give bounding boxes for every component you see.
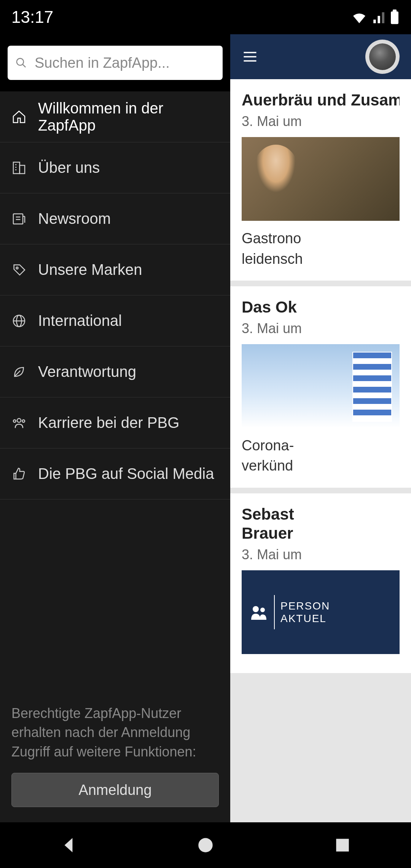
nav-label: Verantwortung	[38, 363, 136, 380]
nav-label: Unsere Marken	[38, 261, 142, 278]
signal-icon	[371, 11, 385, 23]
nav-item-newsroom[interactable]: Newsroom	[0, 193, 230, 244]
people-badge-icon	[249, 605, 268, 620]
nav-item-responsibility[interactable]: Verantwortung	[0, 346, 230, 397]
svg-point-14	[16, 267, 18, 269]
nav-label: Willkommen in der ZapfApp	[38, 100, 219, 134]
article-title: Sebast Brauer	[242, 505, 400, 543]
content-panel: Auerbräu und Zusam 3. Mai um Gastrono le…	[230, 34, 411, 822]
svg-point-26	[260, 608, 265, 612]
hamburger-icon[interactable]	[242, 48, 258, 65]
status-time: 13:17	[11, 8, 53, 27]
article-date: 3. Mai um	[242, 547, 400, 563]
nav-item-careers[interactable]: Karriere bei der PBG	[0, 397, 230, 448]
news-icon	[11, 211, 27, 227]
sidebar: Willkommen in der ZapfApp Über uns Newsr…	[0, 34, 230, 822]
search-input[interactable]	[35, 55, 215, 71]
article-summary: Gastrono leidensch	[242, 228, 400, 269]
home-button[interactable]	[196, 836, 215, 855]
globe-icon	[11, 313, 27, 329]
search-box[interactable]	[8, 46, 223, 80]
building-icon	[11, 160, 27, 176]
nav-item-brands[interactable]: Unsere Marken	[0, 244, 230, 295]
article-title: Auerbräu und Zusam	[242, 91, 400, 110]
tag-icon	[11, 262, 27, 278]
article-image	[242, 137, 400, 221]
nav-label: Die PBG auf Social Media	[38, 465, 214, 482]
wifi-icon	[352, 11, 367, 23]
article-card[interactable]: Sebast Brauer 3. Mai um PERSON AKTUEL	[230, 493, 411, 673]
svg-rect-5	[20, 165, 25, 174]
home-icon	[11, 109, 27, 124]
status-icons	[352, 10, 400, 25]
recent-button[interactable]	[333, 836, 352, 855]
nav-label: Karriere bei der PBG	[38, 414, 179, 431]
nav-item-about[interactable]: Über uns	[0, 142, 230, 193]
svg-point-25	[253, 606, 259, 612]
article-title: Das Ok	[242, 298, 400, 317]
svg-rect-4	[13, 162, 20, 174]
content-header	[230, 34, 411, 79]
nav-list: Willkommen in der ZapfApp Über uns Newsr…	[0, 91, 230, 689]
nav-label: Newsroom	[38, 210, 111, 227]
nav-label: Über uns	[38, 159, 100, 176]
article-image: PERSON AKTUEL	[242, 570, 400, 654]
login-button[interactable]: Anmeldung	[11, 773, 219, 807]
svg-rect-0	[391, 11, 398, 24]
app-logo	[365, 40, 400, 74]
nav-item-social[interactable]: Die PBG auf Social Media	[0, 448, 230, 499]
back-button[interactable]	[59, 836, 78, 855]
article-image	[242, 344, 400, 428]
article-date: 3. Mai um	[242, 113, 400, 129]
people-icon	[11, 415, 27, 431]
login-hint: Berechtigte ZapfApp-Nutzer erhalten nach…	[11, 704, 219, 761]
svg-point-2	[17, 58, 24, 65]
svg-rect-1	[393, 10, 397, 12]
svg-point-27	[198, 838, 213, 852]
article-card[interactable]: Auerbräu und Zusam 3. Mai um Gastrono le…	[230, 79, 411, 281]
status-bar: 13:17	[0, 0, 411, 34]
article-card[interactable]: Das Ok 3. Mai um Corona- verkünd	[230, 286, 411, 488]
nav-item-welcome[interactable]: Willkommen in der ZapfApp	[0, 91, 230, 142]
search-icon	[15, 56, 27, 70]
svg-rect-9	[13, 214, 23, 224]
svg-rect-28	[336, 839, 349, 851]
svg-point-21	[22, 420, 25, 422]
svg-point-19	[17, 418, 21, 422]
article-summary: Corona- verkünd	[242, 436, 400, 476]
battery-icon	[390, 10, 400, 25]
nav-item-international[interactable]: International	[0, 295, 230, 346]
thumbsup-icon	[11, 466, 27, 482]
svg-point-20	[13, 420, 16, 422]
system-nav	[0, 822, 411, 868]
leaf-icon	[11, 364, 27, 380]
svg-line-3	[22, 64, 25, 67]
login-section: Berechtigte ZapfApp-Nutzer erhalten nach…	[0, 689, 230, 822]
nav-label: International	[38, 312, 122, 329]
article-date: 3. Mai um	[242, 321, 400, 337]
